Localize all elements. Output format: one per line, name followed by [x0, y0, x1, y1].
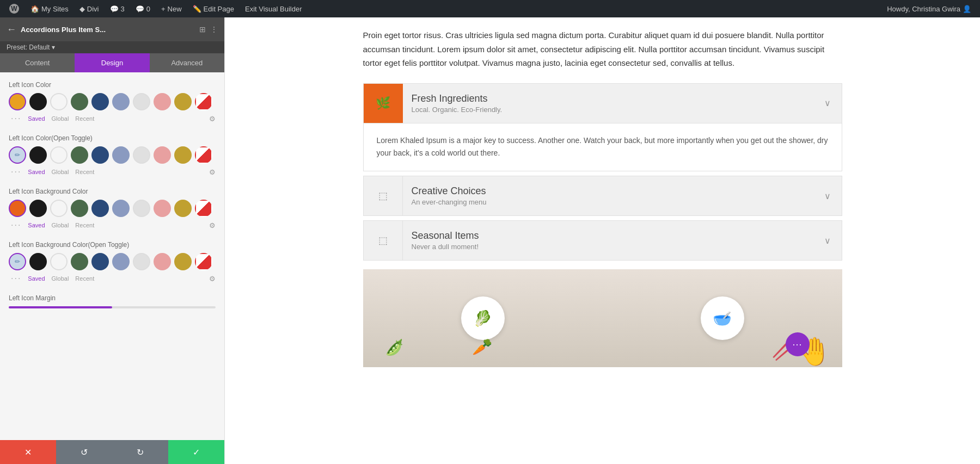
color-swatch-bg-gold[interactable]: [174, 200, 192, 217]
margin-slider-track: [9, 306, 216, 308]
plus-icon: +: [161, 5, 166, 13]
color-dots-3[interactable]: ···: [11, 220, 21, 230]
color-swatch-lightblue[interactable]: [112, 93, 130, 110]
color-swatch-bg-open-pink[interactable]: [154, 253, 171, 270]
color-dots-4[interactable]: ···: [11, 274, 21, 283]
color-swatch-bg-open-gold[interactable]: [174, 253, 192, 270]
grid-icon[interactable]: ⊞: [199, 25, 206, 34]
saved-btn-3[interactable]: Saved: [28, 222, 45, 228]
accordion-chevron-fresh: ∨: [813, 98, 842, 108]
my-sites-menu[interactable]: 🏠 My Sites: [26, 0, 73, 17]
color-swatch-open-selected[interactable]: ✏: [9, 146, 26, 164]
save-button[interactable]: ✓: [168, 440, 224, 464]
left-icon-bg-color-open-actions: ··· Saved Global Recent ⚙: [9, 274, 216, 283]
color-swatch-open-darkblue[interactable]: [91, 146, 109, 164]
howdy-menu[interactable]: Howdy, Christina Gwira 👤: [883, 5, 976, 13]
gear-icon-3[interactable]: ⚙: [209, 221, 216, 230]
menu-icon[interactable]: ⋮: [210, 25, 218, 34]
left-icon-color-section: Left Icon Color ··· Saved Global: [9, 81, 216, 123]
divi-menu[interactable]: ◆ Divi: [75, 0, 103, 17]
color-swatch-bg-open-selected[interactable]: ✏: [9, 253, 26, 270]
panel-body: Left Icon Color ··· Saved Global: [0, 72, 224, 440]
color-swatch-bg-pink[interactable]: [154, 200, 171, 217]
color-swatch-bg-white[interactable]: [50, 200, 68, 217]
color-swatch-bg-open-lightgray[interactable]: [133, 253, 150, 270]
color-swatch-bg-none[interactable]: [195, 200, 212, 217]
color-swatch-open-black[interactable]: [29, 146, 47, 164]
color-dots-1[interactable]: ···: [11, 114, 21, 123]
color-swatch-open-pink[interactable]: [154, 146, 171, 164]
color-swatch-bg-open-black[interactable]: [29, 253, 47, 270]
global-btn-1[interactable]: Global: [52, 115, 69, 122]
global-btn-2[interactable]: Global: [52, 169, 69, 175]
color-dots-2[interactable]: ···: [11, 167, 21, 177]
recent-btn-2[interactable]: Recent: [75, 169, 94, 175]
tab-content[interactable]: Content: [0, 53, 75, 72]
color-swatch-white[interactable]: [50, 93, 68, 110]
accordion-header-creative[interactable]: ⬚ Creative Choices An ever-changing menu…: [364, 176, 842, 215]
recent-btn-4[interactable]: Recent: [75, 275, 94, 282]
cancel-icon: ✕: [24, 447, 32, 457]
color-swatch-bg-lightblue[interactable]: [112, 200, 130, 217]
color-swatch-bg-open-none[interactable]: [195, 253, 212, 270]
color-swatch-bg-darkblue[interactable]: [91, 200, 109, 217]
color-swatch-bg-black[interactable]: [29, 200, 47, 217]
redo-button[interactable]: ↻: [112, 440, 168, 464]
global-btn-3[interactable]: Global: [52, 222, 69, 228]
cancel-button[interactable]: ✕: [0, 440, 56, 464]
color-swatch-black[interactable]: [29, 93, 47, 110]
gear-icon-2[interactable]: ⚙: [209, 168, 216, 176]
color-swatch-darkblue[interactable]: [91, 93, 109, 110]
dots-fab-button[interactable]: ···: [786, 332, 810, 356]
color-swatch-bg-open-lightblue[interactable]: [112, 253, 130, 270]
color-swatch-open-gold[interactable]: [174, 146, 192, 164]
color-swatch-open-lightblue[interactable]: [112, 146, 130, 164]
tab-design[interactable]: Design: [75, 53, 149, 72]
tab-advanced[interactable]: Advanced: [150, 53, 224, 72]
exit-label: Exit Visual Builder: [245, 5, 302, 13]
color-swatch-bg-lightgray[interactable]: [133, 200, 150, 217]
color-swatch-lightgray[interactable]: [133, 93, 150, 110]
saved-btn-4[interactable]: Saved: [28, 275, 45, 282]
left-icon-color-open-swatches: ✏: [9, 146, 216, 164]
edit-page-button[interactable]: ✏️ Edit Page: [188, 0, 238, 17]
wp-logo[interactable]: W: [4, 0, 24, 17]
color-swatch-gold[interactable]: [174, 93, 192, 110]
image-placeholder-icon: ⬚: [378, 190, 388, 202]
undo-button[interactable]: ↺: [56, 440, 112, 464]
back-button[interactable]: ←: [7, 24, 16, 35]
color-swatch-bg-selected[interactable]: [9, 200, 26, 217]
color-swatch-selected[interactable]: [9, 93, 26, 110]
exit-builder-button[interactable]: Exit Visual Builder: [241, 0, 307, 17]
color-swatch-pink[interactable]: [154, 93, 171, 110]
comments-link[interactable]: 💬 0: [131, 0, 155, 17]
accordion-header-seasonal[interactable]: ⬚ Seasonal Items Never a dull moment! ∨: [364, 221, 842, 260]
saved-btn-1[interactable]: Saved: [28, 115, 45, 122]
saved-btn-2[interactable]: Saved: [28, 169, 45, 175]
color-swatch-darkgreen[interactable]: [71, 93, 88, 110]
global-btn-4[interactable]: Global: [52, 275, 69, 282]
left-icon-bg-color-open-swatches: ✏: [9, 253, 216, 270]
accordion-header-fresh[interactable]: 🌿 Fresh Ingredients Local. Organic. Eco-…: [364, 84, 842, 123]
color-swatch-none[interactable]: [195, 93, 212, 110]
color-swatch-open-darkgreen[interactable]: [71, 146, 88, 164]
color-swatch-open-lightgray[interactable]: [133, 146, 150, 164]
color-swatch-bg-open-white[interactable]: [50, 253, 68, 270]
color-swatch-bg-darkgreen[interactable]: [71, 200, 88, 217]
gear-icon-1[interactable]: ⚙: [209, 115, 216, 123]
recent-btn-3[interactable]: Recent: [75, 222, 94, 228]
recent-btn-1[interactable]: Recent: [75, 115, 94, 122]
color-swatch-open-none[interactable]: [195, 146, 212, 164]
accordion-subtitle-seasonal: Never a dull moment!: [412, 243, 805, 251]
edit-icon: ✏️: [193, 5, 201, 13]
color-swatch-bg-open-darkgreen[interactable]: [71, 253, 88, 270]
panel-title: Accordions Plus Item S...: [21, 26, 195, 34]
color-swatch-open-white[interactable]: [50, 146, 68, 164]
redo-icon: ↻: [137, 447, 144, 457]
comments-count[interactable]: 💬 3: [106, 0, 129, 17]
new-button[interactable]: + New: [157, 0, 186, 17]
color-swatch-bg-open-darkblue[interactable]: [91, 253, 109, 270]
accordion-title-area-seasonal: Seasonal Items Never a dull moment!: [403, 224, 813, 257]
gear-icon-4[interactable]: ⚙: [209, 275, 216, 283]
preset-selector[interactable]: Preset: Default ▾: [0, 41, 224, 53]
